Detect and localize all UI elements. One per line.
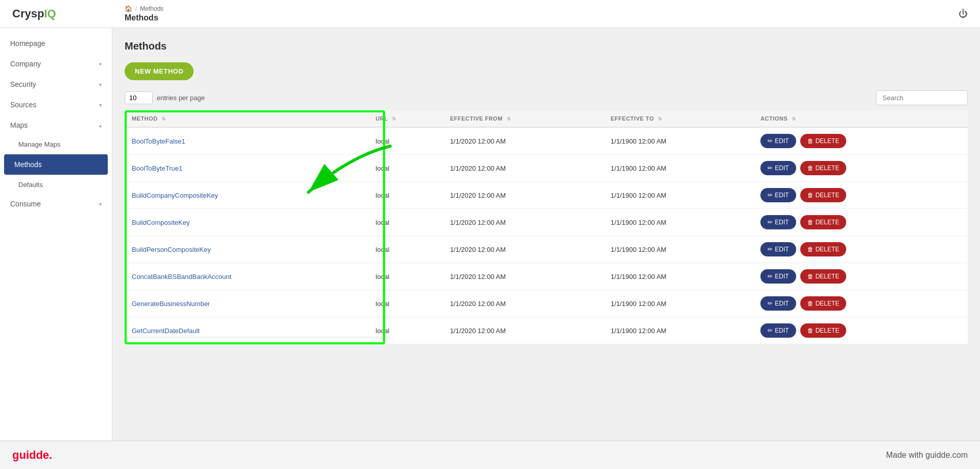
- edit-button[interactable]: ✏ EDIT: [760, 242, 796, 256]
- table-row: BoolToByteFalse1 local 1/1/2020 12:00 AM…: [125, 127, 968, 155]
- edit-button[interactable]: ✏ EDIT: [760, 323, 796, 338]
- cell-url: local: [369, 236, 443, 263]
- cell-effective-to: 1/1/1900 12:00 AM: [604, 317, 754, 344]
- sidebar-label-sources: Sources: [10, 101, 36, 109]
- col-effective-to[interactable]: EFFECTIVE TO ⇅: [604, 110, 754, 127]
- delete-button[interactable]: 🗑 DELETE: [800, 269, 847, 284]
- sort-icon: ⇅: [392, 116, 396, 122]
- cell-effective-from: 1/1/2020 12:00 AM: [443, 209, 604, 236]
- new-method-button[interactable]: NEW METHOD: [125, 62, 194, 80]
- cell-url: local: [369, 182, 443, 209]
- sidebar-item-sources[interactable]: Sources ▾: [0, 95, 112, 115]
- cell-method: BoolToByteFalse1: [125, 127, 369, 155]
- sidebar-sublabel-defaults: Defaults: [18, 181, 43, 189]
- edit-button[interactable]: ✏ EDIT: [760, 215, 796, 229]
- method-link[interactable]: BuildCompanyCompositeKey: [132, 192, 218, 199]
- edit-icon: ✏: [768, 246, 773, 253]
- cell-effective-from: 1/1/2020 12:00 AM: [443, 263, 604, 290]
- sidebar-label-company: Company: [10, 60, 41, 68]
- col-effective-from[interactable]: EFFECTIVE FROM ⇅: [443, 110, 604, 127]
- delete-button[interactable]: 🗑 DELETE: [800, 242, 847, 256]
- method-link[interactable]: ConcatBankBSBandBankAccount: [132, 273, 231, 280]
- sidebar-subitem-manage-maps[interactable]: Manage Maps: [0, 135, 112, 153]
- search-input[interactable]: [876, 90, 968, 105]
- method-link[interactable]: BoolToByteTrue1: [132, 165, 182, 172]
- method-link[interactable]: GenerateBusinessNumber: [132, 300, 210, 308]
- edit-icon: ✏: [768, 165, 773, 172]
- cell-method: BuildPersonCompositeKey: [125, 236, 369, 263]
- cell-effective-to: 1/1/1900 12:00 AM: [604, 127, 754, 155]
- sidebar-subitem-methods[interactable]: Methods: [4, 154, 108, 175]
- trash-icon: 🗑: [807, 165, 814, 172]
- edit-label: EDIT: [775, 137, 788, 145]
- delete-button[interactable]: 🗑 DELETE: [800, 161, 847, 175]
- cell-actions: ✏ EDIT 🗑 DELETE: [753, 263, 968, 290]
- content-title: Methods: [125, 40, 968, 52]
- edit-button[interactable]: ✏ EDIT: [760, 296, 796, 311]
- edit-button[interactable]: ✏ EDIT: [760, 161, 796, 175]
- cell-actions: ✏ EDIT 🗑 DELETE: [753, 290, 968, 317]
- cell-actions: ✏ EDIT 🗑 DELETE: [753, 182, 968, 209]
- delete-button[interactable]: 🗑 DELETE: [800, 134, 847, 148]
- delete-label: DELETE: [816, 246, 840, 253]
- page-title: Methods: [125, 13, 959, 22]
- col-url[interactable]: URL ⇅: [369, 110, 443, 127]
- breadcrumb-separator: /: [135, 5, 137, 12]
- footer-logo: guidde.: [12, 449, 52, 462]
- data-table: METHOD ⇅ URL ⇅ EFFECTIVE FROM ⇅: [125, 110, 968, 344]
- cell-actions: ✏ EDIT 🗑 DELETE: [753, 127, 968, 155]
- home-icon: 🏠: [125, 5, 132, 12]
- cell-method: BoolToByteTrue1: [125, 155, 369, 182]
- footer: guidde. Made with guidde.com: [0, 440, 980, 469]
- edit-label: EDIT: [775, 192, 788, 199]
- cell-method: BuildCompositeKey: [125, 209, 369, 236]
- edit-button[interactable]: ✏ EDIT: [760, 188, 796, 202]
- footer-text: Made with guidde.com: [886, 451, 968, 460]
- method-link[interactable]: GetCurrentDateDefault: [132, 327, 200, 335]
- table-row: GenerateBusinessNumber local 1/1/2020 12…: [125, 290, 968, 317]
- col-method[interactable]: METHOD ⇅: [125, 110, 369, 127]
- col-actions[interactable]: ACTIONS ⇅: [753, 110, 968, 127]
- cell-url: local: [369, 155, 443, 182]
- delete-button[interactable]: 🗑 DELETE: [800, 296, 847, 311]
- delete-button[interactable]: 🗑 DELETE: [800, 323, 847, 338]
- delete-label: DELETE: [816, 327, 840, 334]
- sidebar-item-homepage[interactable]: Homepage: [0, 33, 112, 54]
- sort-icon: ⇅: [507, 116, 511, 122]
- method-link[interactable]: BoolToByteFalse1: [132, 137, 185, 145]
- cell-method: GenerateBusinessNumber: [125, 290, 369, 317]
- delete-label: DELETE: [816, 219, 840, 226]
- table-row: BoolToByteTrue1 local 1/1/2020 12:00 AM …: [125, 155, 968, 182]
- logout-button[interactable]: ⏻: [959, 9, 968, 19]
- sidebar-item-security[interactable]: Security ▾: [0, 74, 112, 95]
- edit-icon: ✏: [768, 327, 773, 334]
- edit-label: EDIT: [775, 273, 788, 280]
- trash-icon: 🗑: [807, 300, 814, 307]
- main-content: Methods NEW METHOD entries per page: [112, 28, 980, 440]
- chevron-down-icon: ▾: [99, 201, 102, 207]
- method-link[interactable]: BuildPersonCompositeKey: [132, 246, 211, 253]
- cell-url: local: [369, 290, 443, 317]
- cell-effective-to: 1/1/1900 12:00 AM: [604, 263, 754, 290]
- sidebar-label-consume: Consume: [10, 200, 41, 208]
- table-row: ConcatBankBSBandBankAccount local 1/1/20…: [125, 263, 968, 290]
- edit-button[interactable]: ✏ EDIT: [760, 269, 796, 284]
- cell-effective-from: 1/1/2020 12:00 AM: [443, 236, 604, 263]
- edit-icon: ✏: [768, 219, 773, 226]
- cell-effective-from: 1/1/2020 12:00 AM: [443, 290, 604, 317]
- cell-effective-from: 1/1/2020 12:00 AM: [443, 182, 604, 209]
- sidebar-item-consume[interactable]: Consume ▾: [0, 194, 112, 214]
- delete-button[interactable]: 🗑 DELETE: [800, 215, 847, 229]
- method-link[interactable]: BuildCompositeKey: [132, 219, 189, 226]
- cell-actions: ✏ EDIT 🗑 DELETE: [753, 236, 968, 263]
- entries-per-page-input[interactable]: [125, 91, 153, 104]
- sidebar-item-maps[interactable]: Maps ▴: [0, 115, 112, 135]
- edit-icon: ✏: [768, 273, 773, 280]
- sidebar-item-company[interactable]: Company ▾: [0, 54, 112, 74]
- edit-button[interactable]: ✏ EDIT: [760, 134, 796, 148]
- sidebar-subitem-defaults[interactable]: Defaults: [0, 176, 112, 194]
- cell-effective-to: 1/1/1900 12:00 AM: [604, 182, 754, 209]
- chevron-up-icon: ▴: [99, 123, 102, 128]
- delete-label: DELETE: [816, 192, 840, 199]
- delete-button[interactable]: 🗑 DELETE: [800, 188, 847, 202]
